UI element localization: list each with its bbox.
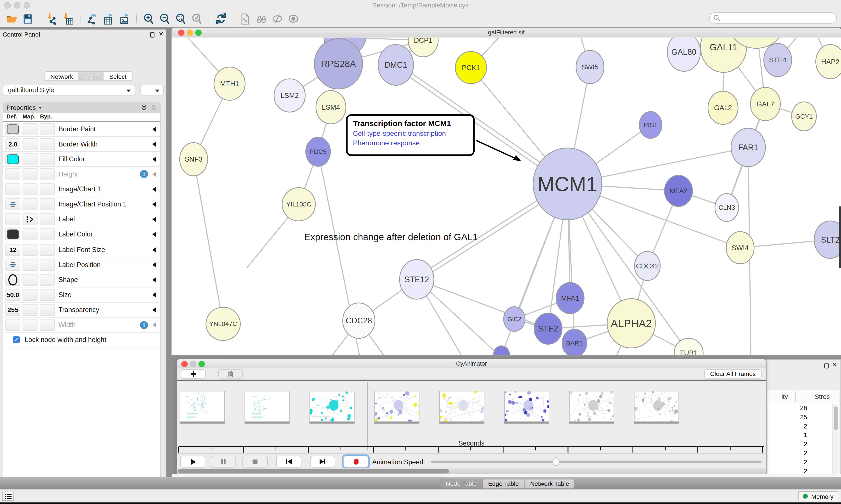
zoom-in-button[interactable]	[141, 12, 157, 26]
property-row-label-position[interactable]: Label Position	[3, 257, 161, 273]
expand-row-icon[interactable]	[153, 217, 156, 222]
table-scrollbar[interactable]	[833, 404, 838, 478]
default-value-cell[interactable]: 255	[5, 304, 20, 316]
bypass-cell[interactable]	[40, 289, 55, 301]
collapse-all-icon[interactable]	[150, 104, 157, 111]
table-column-header[interactable]: ity	[782, 393, 788, 400]
zoom-fit-button[interactable]	[173, 12, 189, 26]
delete-frame-button[interactable]	[218, 370, 243, 379]
network-edge[interactable]	[417, 280, 548, 329]
import-network-button[interactable]	[44, 12, 60, 26]
animation-speed-slider[interactable]	[431, 461, 762, 463]
expand-row-icon[interactable]	[153, 292, 156, 298]
mapping-cell[interactable]	[22, 259, 38, 271]
table-cell[interactable]: 2	[767, 440, 807, 449]
default-value-cell[interactable]	[5, 153, 20, 165]
mapping-cell[interactable]	[22, 199, 38, 211]
default-value-cell[interactable]: 2.0	[5, 138, 20, 150]
bypass-cell[interactable]	[40, 214, 55, 225]
export-image-button[interactable]	[116, 12, 132, 26]
mapping-cell[interactable]	[22, 304, 38, 316]
close-panel-icon[interactable]: ✕	[159, 31, 164, 38]
bypass-cell[interactable]	[40, 199, 55, 211]
property-row-border-width[interactable]: 2.0Border Width	[3, 137, 161, 152]
add-frame-button[interactable]	[181, 370, 206, 379]
property-row-size[interactable]: 50.0Size	[3, 288, 161, 303]
property-row-height[interactable]: Heighti	[3, 167, 161, 182]
network-node-purp[interactable]	[494, 346, 509, 355]
memory-button[interactable]: Memory	[798, 491, 838, 501]
mapping-cell[interactable]	[22, 183, 38, 195]
dock-tab-node-table[interactable]: Node Table	[441, 479, 483, 488]
mapping-cell[interactable]	[22, 153, 38, 165]
properties-header[interactable]: Properties	[3, 103, 161, 113]
import-table-button[interactable]	[60, 12, 76, 26]
table-cell[interactable]: 2	[767, 449, 807, 458]
tab-network[interactable]: Network	[45, 72, 79, 80]
checkbox-checked-icon[interactable]: ✓	[13, 336, 20, 343]
bypass-cell[interactable]	[40, 168, 55, 180]
tab-select[interactable]: Select	[104, 72, 132, 80]
lock-size-row[interactable]: ✓ Lock node width and height	[3, 333, 161, 347]
record-button[interactable]	[343, 456, 369, 468]
property-row-shape[interactable]: Shape	[3, 273, 161, 288]
info-icon[interactable]: i	[140, 170, 148, 178]
expand-row-icon[interactable]	[153, 277, 156, 283]
default-value-cell[interactable]	[5, 229, 20, 240]
bypass-cell[interactable]	[40, 153, 55, 165]
property-row-image-chart-position-1[interactable]: Image/Chart Position 1	[3, 197, 161, 212]
style-options-button[interactable]	[141, 85, 164, 95]
expand-row-icon[interactable]	[153, 322, 156, 327]
mapping-cell[interactable]	[22, 274, 38, 286]
mapping-cell[interactable]	[22, 168, 38, 180]
annotation-link[interactable]: Pheromone response	[353, 139, 468, 147]
mapping-cell[interactable]	[22, 123, 38, 135]
default-value-cell[interactable]	[5, 168, 20, 180]
property-row-label-color[interactable]: Label Color	[3, 227, 161, 242]
default-value-cell[interactable]	[5, 319, 20, 331]
hide-selected-button[interactable]	[269, 12, 285, 26]
table-cell[interactable]: 2	[767, 422, 807, 431]
close-panel-icon[interactable]: ✕	[832, 361, 837, 368]
annotation-link[interactable]: Cell-type-specific transcription	[353, 129, 468, 137]
zoom-out-button[interactable]	[157, 12, 173, 26]
expand-row-icon[interactable]	[153, 202, 156, 207]
clear-all-frames-button[interactable]: Clear All Frames	[704, 370, 762, 379]
export-table-button[interactable]	[100, 12, 116, 26]
mapping-cell[interactable]	[22, 244, 38, 255]
tab-style[interactable]: Style	[79, 72, 104, 80]
expand-row-icon[interactable]	[153, 247, 156, 252]
info-icon[interactable]: i	[140, 321, 148, 329]
bypass-cell[interactable]	[40, 229, 55, 240]
network-scrollbar[interactable]	[839, 206, 841, 268]
default-value-cell[interactable]	[5, 259, 20, 271]
expand-row-icon[interactable]	[153, 232, 156, 237]
network-canvas[interactable]: DCP1RPS28ADMC1PCK1SWI5GAL80GAL11STE4HAP2…	[172, 37, 841, 355]
stop-button[interactable]	[243, 456, 268, 468]
float-panel-icon[interactable]	[150, 32, 155, 37]
show-all-button[interactable]	[285, 12, 301, 26]
property-row-image-chart-1[interactable]: Image/Chart 1	[3, 182, 161, 197]
mapping-cell[interactable]	[22, 289, 38, 301]
open-folder-button[interactable]	[4, 12, 20, 26]
save-button[interactable]	[20, 12, 36, 26]
expand-row-icon[interactable]	[153, 126, 156, 131]
default-value-cell[interactable]: 50.0	[5, 289, 20, 301]
cyanimator-titlebar[interactable]: CyAnimator	[177, 359, 766, 368]
expand-row-icon[interactable]	[153, 141, 156, 147]
bypass-cell[interactable]	[40, 123, 55, 135]
zoom-selected-button[interactable]	[189, 12, 205, 26]
task-history-button[interactable]	[2, 492, 14, 501]
expand-row-icon[interactable]	[153, 172, 156, 177]
network-graph[interactable]: DCP1RPS28ADMC1PCK1SWI5GAL80GAL11STE4HAP2…	[172, 37, 841, 355]
bypass-cell[interactable]	[40, 138, 55, 150]
mapping-cell[interactable]	[22, 319, 38, 331]
table-cell[interactable]: 2	[767, 458, 807, 467]
style-selector[interactable]: galFiltered Style	[3, 85, 135, 95]
mapping-cell[interactable]	[22, 214, 38, 225]
scrollbar-thumb[interactable]	[178, 469, 449, 473]
expand-row-icon[interactable]	[153, 157, 156, 162]
export-network-button[interactable]	[84, 12, 100, 26]
property-row-transparency[interactable]: 255Transparency	[3, 303, 161, 318]
property-row-label[interactable]: Label	[3, 212, 161, 227]
